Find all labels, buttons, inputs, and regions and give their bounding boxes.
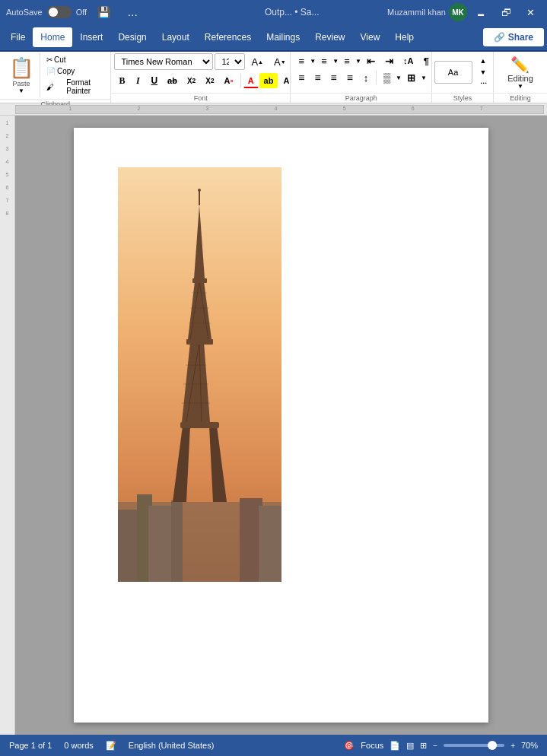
eiffel-image[interactable]	[118, 167, 281, 582]
status-bar: Page 1 of 1 0 words 📝 English (United St…	[0, 735, 547, 756]
paragraph-group: ≡ ▼ ≡ ▼ ≡ ▼ ⇤ ⇥ ↕A ¶ ≡ ≡ ≡ ≡ ↕	[291, 52, 432, 103]
align-center-button[interactable]: ≡	[310, 70, 325, 85]
menu-home[interactable]: Home	[33, 27, 72, 47]
font-size-select[interactable]: 12	[215, 53, 245, 70]
cut-button[interactable]: ✂ Cut	[43, 55, 104, 65]
more-button[interactable]: …	[121, 3, 144, 21]
shading-arrow: ▼	[396, 75, 402, 81]
menu-help[interactable]: Help	[387, 27, 421, 47]
clear-format-button[interactable]: A×	[220, 73, 238, 88]
subscript-button[interactable]: X2	[183, 73, 200, 88]
strikethrough-button[interactable]: ab	[163, 73, 182, 88]
menu-references[interactable]: References	[197, 27, 259, 47]
highlight-button[interactable]: ab	[259, 73, 278, 88]
underline-button[interactable]: U	[146, 73, 162, 88]
menu-mailings[interactable]: Mailings	[259, 27, 307, 47]
numbering-arrow: ▼	[332, 58, 339, 65]
paste-button[interactable]: 📋 Paste ▼	[3, 53, 40, 97]
shrink-font-button[interactable]: A▼	[269, 54, 291, 69]
decrease-indent-button[interactable]: ⇤	[362, 53, 380, 68]
editing-arrow: ▼	[517, 83, 523, 90]
styles-up-button[interactable]: ▲	[475, 56, 491, 66]
menu-file[interactable]: File	[3, 27, 33, 47]
font-color-button[interactable]: A	[243, 73, 259, 88]
ribbon: 📋 Paste ▼ ✂ Cut 📄 Copy 🖌 Format Painter …	[0, 52, 547, 103]
align-left-button[interactable]: ≡	[294, 70, 309, 85]
line-spacing-button[interactable]: ↕	[358, 70, 374, 85]
ruler: 1 2 3 4 5 6 7	[0, 103, 547, 116]
multilevel-button[interactable]: ≡	[339, 53, 355, 68]
autosave-circle	[49, 8, 58, 17]
autosave-state: Off	[76, 8, 87, 17]
editing-icon: ✏️	[510, 56, 530, 74]
copy-button[interactable]: 📄 Copy	[43, 66, 104, 76]
autosave-toggle[interactable]	[47, 6, 72, 18]
styles-down-button[interactable]: ▼	[475, 67, 491, 78]
title-text: Outp... • Sa...	[265, 7, 320, 17]
svg-rect-17	[186, 339, 213, 345]
align-right-button[interactable]: ≡	[326, 70, 342, 85]
share-button[interactable]: 🔗 Share	[483, 28, 544, 46]
grow-font-button[interactable]: A▲	[246, 54, 268, 69]
zoom-minus[interactable]: −	[433, 742, 437, 750]
increase-indent-button[interactable]: ⇥	[380, 53, 398, 68]
format-painter-button[interactable]: 🖌 Format Painter	[43, 78, 104, 96]
superscript-button[interactable]: X2	[201, 73, 218, 88]
svg-rect-10	[180, 422, 219, 428]
document-area: 1 2 3 4 5 6 7 8	[0, 116, 547, 735]
zoom-thumb	[488, 741, 497, 750]
zoom-plus[interactable]: +	[510, 742, 515, 750]
title-bar-right: Muzammil khan MK 🗕 🗗 ✕	[387, 3, 541, 21]
menu-bar: File Home Insert Design Layout Reference…	[0, 24, 547, 52]
menu-insert[interactable]: Insert	[72, 27, 110, 47]
editing-group-label: Editing	[494, 93, 547, 103]
font-group: Times New Roman 12 A▲ A▼ B I U ab X2 X2	[111, 52, 291, 103]
zoom-slider[interactable]	[444, 744, 504, 747]
paste-dropdown-arrow: ▼	[18, 87, 24, 94]
menu-design[interactable]: Design	[110, 27, 154, 47]
restore-button[interactable]: 🗗	[495, 4, 517, 21]
document-page	[74, 128, 488, 723]
focus-icon: 🎯	[344, 741, 355, 751]
view-icon2: ▤	[406, 741, 414, 751]
shading-color-button[interactable]: ▒	[379, 70, 395, 85]
menu-layout[interactable]: Layout	[154, 27, 197, 47]
language: English (United States)	[129, 741, 215, 750]
justify-button[interactable]: ≡	[342, 70, 358, 85]
borders-arrow: ▼	[421, 75, 427, 81]
font-label: Font	[111, 93, 290, 103]
title-bar-left: AutoSave Off 💾 …	[6, 3, 196, 21]
user-name: Muzammil khan	[387, 8, 446, 17]
page-info: Page 1 of 1	[9, 741, 52, 750]
para-sep	[376, 71, 377, 84]
italic-button[interactable]: I	[130, 73, 145, 88]
zoom-level: 70%	[521, 741, 538, 750]
share-icon: 🔗	[494, 32, 505, 43]
autosave-label: AutoSave	[6, 8, 43, 17]
window-title: Outp... • Sa...	[196, 7, 386, 17]
view-icon1: 📄	[390, 741, 400, 751]
styles-expand-button[interactable]: ⋯	[475, 78, 491, 89]
save-button[interactable]: 💾	[91, 3, 116, 21]
editing-label: Editing	[507, 74, 533, 83]
menu-review[interactable]: Review	[307, 27, 352, 47]
bullets-button[interactable]: ≡	[294, 53, 309, 68]
clipboard-group: 📋 Paste ▼ ✂ Cut 📄 Copy 🖌 Format Painter …	[0, 52, 111, 103]
styles-preview[interactable]: Aa	[434, 61, 472, 84]
font-separator	[240, 74, 241, 87]
sort-button[interactable]: ↕A	[399, 53, 418, 68]
view-icon3: ⊞	[420, 741, 427, 751]
borders-button[interactable]: ⊞	[402, 70, 420, 85]
menu-view[interactable]: View	[353, 27, 388, 47]
proofing-icon: 📝	[106, 741, 116, 751]
font-name-select[interactable]: Times New Roman	[114, 53, 213, 70]
minimize-button[interactable]: 🗕	[470, 4, 492, 21]
focus-label: Focus	[361, 741, 383, 750]
numbering-button[interactable]: ≡	[316, 53, 332, 68]
close-button[interactable]: ✕	[520, 4, 541, 21]
title-bar: AutoSave Off 💾 … Outp... • Sa... Muzammi…	[0, 0, 547, 24]
bullets-arrow: ▼	[310, 58, 316, 65]
ruler-track: 1 2 3 4 5 6 7	[15, 105, 544, 114]
bold-button[interactable]: B	[114, 73, 129, 88]
page-scroll-area[interactable]	[15, 116, 547, 735]
